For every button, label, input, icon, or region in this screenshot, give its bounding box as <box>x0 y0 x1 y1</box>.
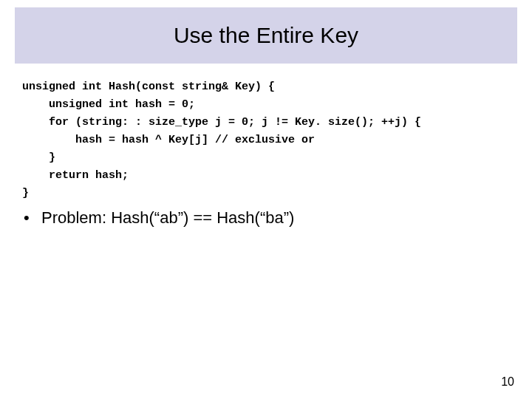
slide: Use the Entire Key unsigned int Hash(con… <box>0 0 532 399</box>
code-line-6: return hash; <box>22 169 129 182</box>
bullet-line: • Problem: Hash(“ab”) == Hash(“ba”) <box>22 208 510 228</box>
code-line-2: unsigned int hash = 0; <box>22 98 195 111</box>
bullet-area: • Problem: Hash(“ab”) == Hash(“ba”) <box>22 208 510 228</box>
code-line-4: hash = hash ^ Key[j] // exclusive or <box>22 134 315 146</box>
bullet-dot-icon: • <box>22 208 41 228</box>
slide-title: Use the Entire Key <box>174 23 358 48</box>
code-block: unsigned int Hash(const string& Key) { u… <box>22 78 510 202</box>
title-band: Use the Entire Key <box>15 7 517 64</box>
code-line-1: unsigned int Hash(const string& Key) { <box>22 81 275 93</box>
code-line-3: for (string: : size_type j = 0; j != Key… <box>22 116 421 129</box>
bullet-text: Problem: Hash(“ab”) == Hash(“ba”) <box>41 208 510 228</box>
code-line-5: } <box>22 151 55 164</box>
code-line-7: } <box>22 187 29 200</box>
page-number: 10 <box>501 375 514 389</box>
